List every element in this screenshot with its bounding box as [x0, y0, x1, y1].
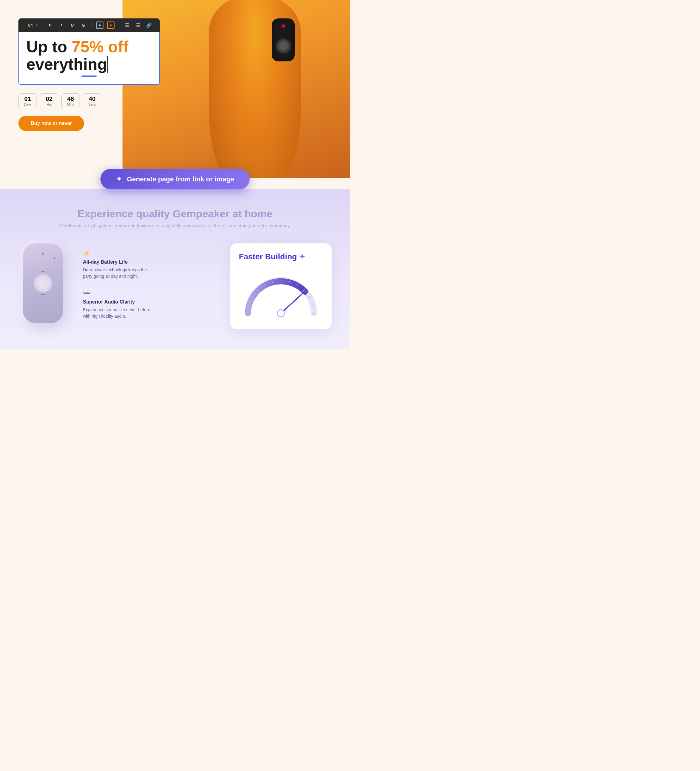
text-cursor [107, 56, 108, 73]
mins-label: Mins [65, 102, 76, 106]
bold-button[interactable]: B [46, 21, 55, 29]
bottom-section: Experience quality Gempeaker at home Whe… [0, 189, 350, 349]
faster-card-title-text: Faster Building [239, 252, 297, 262]
feature-audio-desc: Experience sound like never before with … [83, 307, 156, 319]
gauge-fill-arc [248, 281, 305, 313]
hrs-label: Hrs [44, 102, 54, 106]
generate-banner[interactable]: ✦ Generate page from link or image [100, 169, 250, 189]
hero-title-part2: everything [26, 55, 107, 73]
days-label: Days [23, 102, 33, 106]
gauge-background-arc [248, 280, 314, 313]
generate-banner-wrapper: ✦ Generate page from link or image [0, 169, 350, 189]
section-title: Experience quality Gempeaker at home [18, 208, 332, 220]
sparkle-icon: ✦ [116, 174, 122, 184]
feature-battery-title: All-day Battery Life [83, 259, 215, 265]
top-section: − 64 + B I U S A A ☰ ☰ 🔗 [0, 0, 350, 178]
ordered-list-button[interactable]: ☰ [123, 21, 132, 29]
text-box-indicator [26, 75, 151, 77]
bottom-content: + − ⚡ All-day Battery Life Dura power te… [18, 243, 332, 329]
feature-battery: ⚡ All-day Battery Life Dura power techno… [83, 249, 215, 280]
text-editor-box[interactable]: Up to 75% off everything [18, 32, 160, 85]
toolbar-divider-1 [42, 23, 42, 28]
countdown-secs: 40 Secs [83, 93, 101, 108]
speaker-plus-btn: + [41, 268, 45, 275]
unordered-list-button[interactable]: ☰ [134, 21, 142, 29]
speaker-top-dot [42, 252, 44, 255]
secs-number: 40 [87, 96, 97, 102]
gauge-center-dot [277, 310, 284, 317]
font-size-value: 64 [27, 23, 34, 28]
feature-battery-desc: Dura power technology keeps the party go… [83, 267, 156, 280]
feature-audio: 〰️ Superior Audio Clarity Experience sou… [83, 290, 215, 319]
battery-icon: ⚡ [83, 249, 215, 257]
audio-icon: 〰️ [83, 290, 215, 297]
bg-color-button[interactable]: A [107, 21, 115, 29]
hero-title-highlight: 75% off [72, 38, 129, 55]
speedometer [239, 268, 323, 323]
section-subtitle: Whether its a high spec microcurrent dev… [18, 223, 332, 228]
speaker-led-dot [54, 257, 55, 259]
speaker-minus-btn: − [41, 290, 45, 299]
strikethrough-button[interactable]: S [79, 21, 88, 29]
toolbar-divider-2 [91, 23, 92, 28]
generate-banner-text: Generate page from link or image [127, 175, 234, 183]
faster-card-title: Faster Building ✦ [239, 252, 323, 262]
countdown-mins: 46 Mins [62, 93, 80, 108]
hero-title: Up to 75% off everything [26, 38, 151, 73]
italic-button[interactable]: I [57, 21, 66, 29]
font-minus-icon[interactable]: − [23, 23, 26, 28]
hrs-number: 02 [44, 96, 54, 102]
font-size-control[interactable]: − 64 + [23, 23, 38, 28]
speedometer-svg [239, 268, 323, 323]
secs-label: Secs [87, 102, 97, 106]
faster-sparkle-icon: ✦ [300, 253, 305, 261]
gauge-ticks [247, 280, 314, 313]
features-list: ⚡ All-day Battery Life Dura power techno… [83, 243, 215, 329]
link-button[interactable]: 🔗 [145, 21, 153, 29]
countdown: 01 Days 02 Hrs 46 Mins 40 Secs [18, 93, 147, 108]
buy-button[interactable]: Buy now or never [18, 116, 84, 131]
underline-button[interactable]: U [68, 21, 77, 29]
mins-number: 46 [65, 96, 76, 102]
indicator-bar [81, 75, 97, 77]
hero-speaker [272, 18, 295, 62]
faster-building-card: Faster Building ✦ [230, 243, 332, 329]
feature-audio-title: Superior Audio Clarity [83, 299, 215, 305]
gauge-needle [281, 290, 306, 313]
days-number: 01 [23, 96, 33, 102]
font-plus-icon[interactable]: + [35, 23, 38, 28]
speaker-cone [276, 38, 291, 54]
countdown-hrs: 02 Hrs [40, 93, 58, 108]
speaker-led [282, 24, 285, 28]
speaker-product-img: + − [23, 243, 63, 323]
left-content: − 64 + B I U S A A ☰ ☰ 🔗 [0, 0, 160, 143]
countdown-days: 01 Days [18, 93, 37, 108]
speaker-product: + − [18, 243, 68, 323]
font-color-button[interactable]: A [96, 21, 104, 29]
text-editor-toolbar: − 64 + B I U S A A ☰ ☰ 🔗 [18, 18, 160, 32]
gauge-end-glow [304, 290, 307, 293]
hero-title-part1: Up to [26, 38, 72, 55]
